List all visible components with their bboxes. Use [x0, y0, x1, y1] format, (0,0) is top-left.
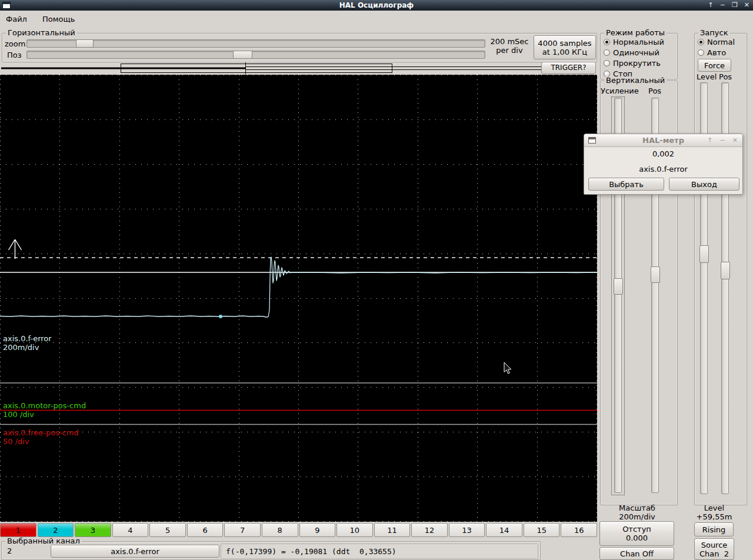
sample-marker-dot: [219, 315, 222, 318]
time-per-div-readout: 200 mSec per div: [486, 37, 533, 55]
trace-label-free-pos-cmd: axis.0.free-pos-cmd50 /div: [3, 411, 79, 464]
vertical-pos-handle[interactable]: [651, 266, 660, 283]
channel-button-4[interactable]: 4: [112, 523, 149, 537]
halmeter-close-button[interactable]: ✕: [732, 136, 738, 144]
trigger-mode-option-1[interactable]: Normal: [698, 36, 735, 47]
horizontal-group-label: Горизонтальный: [6, 29, 77, 37]
restore-button[interactable]: ❐: [732, 0, 738, 11]
trigger-level-readout: Level +59,55m: [694, 504, 734, 521]
halmeter-exit-button[interactable]: Выход: [669, 178, 739, 191]
horizontal-pos-slider[interactable]: [26, 51, 485, 59]
channel-button-9[interactable]: 9: [299, 523, 336, 537]
gain-slider-label: Усиление: [601, 86, 639, 95]
trigger-edge-button[interactable]: Rising: [694, 522, 734, 536]
shade-button[interactable]: ↑: [708, 0, 713, 11]
run-mode-group-label: Режим работы: [604, 29, 667, 37]
halmeter-titlebar[interactable]: HAL-метр ↑ − ✕: [584, 134, 742, 147]
trigger-pos-slider-label: Pos: [719, 72, 732, 81]
mouse-cursor-icon: [504, 362, 511, 374]
channel-button-6[interactable]: 6: [187, 523, 224, 537]
record-preview-bar: [0, 61, 598, 75]
pos-slider-label: Поз: [7, 51, 22, 59]
run-mode-radio-2[interactable]: [604, 49, 610, 56]
channel-button-11[interactable]: 11: [374, 523, 411, 537]
vertical-pos-slider-label: Pos: [648, 86, 661, 95]
window-titlebar: HAL Осциллограф ↑ − ❐ ✕: [0, 0, 753, 11]
channel-button-14[interactable]: 14: [486, 523, 522, 537]
scale-readout: Масштаб 200m/div: [600, 504, 674, 521]
minimize-button[interactable]: −: [720, 0, 725, 11]
halmeter-value: 0,002: [584, 149, 742, 158]
chan-off-button[interactable]: Chan Off: [599, 547, 674, 560]
channel-button-7[interactable]: 7: [224, 523, 261, 537]
channel-button-15[interactable]: 15: [524, 523, 560, 537]
force-trigger-button[interactable]: Force: [698, 59, 731, 72]
window-title: HAL Осциллограф: [0, 0, 753, 11]
zoom-slider-label: zoom: [5, 39, 25, 48]
channel-button-10[interactable]: 10: [336, 523, 373, 537]
trigger-mode-option-2[interactable]: Авто: [698, 47, 735, 58]
halmeter-shade-button[interactable]: ↑: [707, 136, 712, 144]
run-mode-option-3[interactable]: Прокрутить: [604, 58, 664, 68]
scope-display[interactable]: axis.0.f-error200m/div axis.0.motor-pos-…: [0, 75, 597, 522]
zoom-slider-handle[interactable]: [76, 39, 94, 48]
trigger-level-handle[interactable]: [699, 245, 709, 263]
trigger-group-label: Запуск: [698, 29, 730, 37]
run-mode-option-2[interactable]: Одиночный: [604, 47, 664, 58]
gain-slider-handle[interactable]: [614, 278, 623, 295]
trigger-mode-radio-2[interactable]: [698, 49, 704, 56]
channel-button-12[interactable]: 12: [411, 523, 448, 537]
run-mode-radio-3[interactable]: [604, 60, 610, 66]
halmeter-select-button[interactable]: Выбрать: [588, 178, 664, 191]
cursor-readout: f(-0,17399) = -0,19081 (ddt 0,33655): [221, 544, 538, 559]
run-mode-radio-1[interactable]: [604, 39, 610, 45]
run-mode-option-1[interactable]: Нормальный: [604, 36, 664, 47]
trigger-level-slider-label: Level: [697, 72, 717, 81]
trigger-status-button[interactable]: TRIGGER?: [541, 62, 596, 74]
menu-file[interactable]: Файл: [5, 14, 28, 25]
channel-button-5[interactable]: 5: [149, 523, 186, 537]
selected-signal-button[interactable]: axis.0.f-error: [51, 545, 219, 558]
channel-button-row: 12345678910111213141516: [0, 523, 597, 537]
channel-button-2[interactable]: 2: [38, 523, 74, 537]
menubar: Файл Помощь: [0, 11, 753, 27]
channel-button-16[interactable]: 16: [561, 523, 597, 537]
menu-help[interactable]: Помощь: [41, 14, 76, 25]
channel-button-13[interactable]: 13: [449, 523, 485, 537]
halmeter-window: HAL-метр ↑ − ✕ 0,002 axis.0.f-error Выбр…: [584, 134, 743, 195]
samples-button[interactable]: 4000 samplesat 1,00 КГц: [534, 35, 596, 59]
halmeter-minimize-button[interactable]: −: [720, 136, 725, 144]
selected-channel-number: 2: [7, 546, 12, 555]
channel-button-8[interactable]: 8: [262, 523, 298, 537]
run-mode-group: Режим работы НормальныйОдиночныйПрокрути…: [600, 33, 678, 79]
vertical-group-label: Вертикальный: [604, 76, 667, 85]
channel-position-arrow-icon: [9, 239, 22, 259]
halmeter-signal: axis.0.f-error: [584, 165, 742, 174]
offset-button[interactable]: Отступ0.000: [599, 521, 674, 546]
horizontal-pos-slider-handle[interactable]: [233, 51, 252, 59]
trace-label-f-error: axis.0.f-error200m/div: [3, 316, 52, 369]
selected-channel-group-label: Выбранный канал: [5, 537, 82, 545]
channel-button-1[interactable]: 1: [0, 523, 36, 537]
close-button[interactable]: ✕: [744, 0, 749, 11]
zoom-slider[interactable]: [26, 39, 485, 48]
trigger-pos-handle[interactable]: [721, 262, 730, 279]
trigger-mode-radio-1[interactable]: [698, 39, 704, 45]
trigger-source-button[interactable]: SourceChan 2: [694, 538, 734, 560]
channel-button-3[interactable]: 3: [75, 523, 111, 537]
